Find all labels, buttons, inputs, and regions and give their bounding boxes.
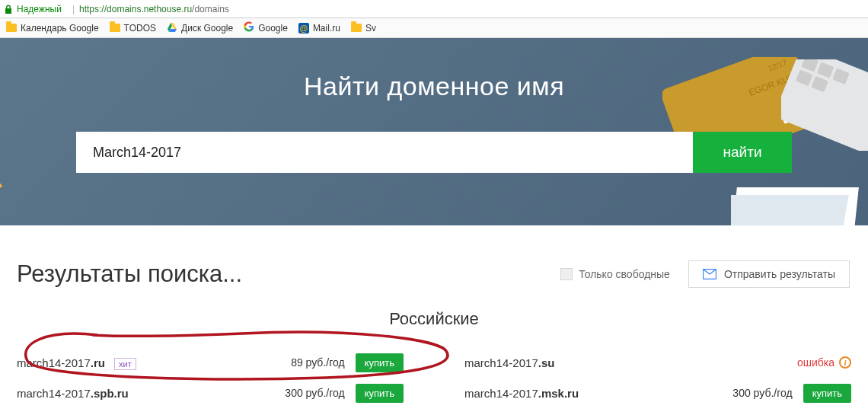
domain-name: march14-2017.su (464, 356, 797, 369)
url-display[interactable]: https://domains.nethouse.ru/domains (79, 4, 229, 14)
only-free-label: Только свободные (579, 268, 670, 280)
bookmark-item[interactable]: @ Mail.ru (298, 23, 340, 34)
lock-icon (5, 5, 14, 14)
mailru-icon: @ (298, 23, 309, 34)
folder-icon (110, 24, 120, 32)
error-label: ошибка (797, 356, 834, 369)
mail-icon (703, 269, 716, 279)
hero: EGOR KUZNETSOV 12/17 VISA Найти доменное… (0, 38, 868, 225)
gdrive-icon (167, 23, 177, 33)
folder-icon (351, 24, 362, 32)
browser-address-bar: Надежный | https://domains.nethouse.ru/d… (0, 0, 868, 18)
checkbox-box[interactable] (560, 268, 573, 280)
hit-badge: хит (114, 358, 136, 370)
domain-row: march14-2017.ru хит 89 руб./год купить (17, 347, 404, 378)
bookmark-item[interactable]: Sv (351, 23, 376, 34)
only-free-checkbox[interactable]: Только свободные (560, 268, 670, 280)
bookmark-item[interactable]: TODOS (110, 23, 156, 34)
domain-name: march14-2017.ru хит (17, 356, 291, 369)
results-grid: march14-2017.ru хит 89 руб./год купить m… (0, 347, 868, 408)
domain-name: march14-2017.spb.ru (17, 387, 285, 400)
buy-button[interactable]: купить (356, 384, 404, 403)
bookmark-item[interactable]: Google (244, 21, 288, 34)
url-path: /domains (192, 4, 229, 14)
domain-row: march14-2017.msk.ru 300 руб./год купить (464, 378, 851, 408)
domain-row: march14-2017.spb.ru 300 руб./год купить (17, 378, 404, 408)
bookmark-label: Диск Google (181, 23, 233, 34)
results-col-right: march14-2017.su ошибка i march14-2017.ms… (464, 347, 851, 408)
search-button[interactable]: найти (693, 132, 792, 173)
google-icon (244, 21, 254, 34)
domain-price: 300 руб./год (285, 387, 344, 399)
results-heading: Результаты поиска... (17, 260, 242, 288)
separator: | (72, 4, 75, 14)
domain-search-input[interactable] (76, 132, 693, 173)
domain-name: march14-2017.msk.ru (464, 387, 732, 400)
info-icon[interactable]: i (839, 356, 851, 369)
domain-price: 89 руб./год (291, 356, 345, 369)
svg-rect-16 (731, 195, 849, 225)
bookmark-label: Mail.ru (313, 23, 340, 34)
bookmark-label: Календарь Google (21, 23, 99, 34)
url-scheme: https:// (79, 4, 107, 14)
category-title: Российские (0, 309, 868, 329)
domain-row: march14-2017.su ошибка i (464, 347, 851, 378)
search-row: найти (76, 132, 792, 173)
bookmark-item[interactable]: Диск Google (167, 23, 233, 34)
results-header: Результаты поиска... Только свободные От… (0, 225, 868, 295)
buy-button[interactable]: купить (356, 353, 404, 372)
hero-title: Найти доменное имя (0, 38, 868, 101)
bookmark-item[interactable]: Календарь Google (6, 23, 99, 34)
url-host: domains.nethouse.ru (107, 4, 192, 14)
trusted-label: Надежный (17, 4, 62, 14)
buy-button[interactable]: купить (803, 384, 851, 403)
results-col-left: march14-2017.ru хит 89 руб./год купить m… (17, 347, 404, 408)
send-results-label: Отправить результаты (724, 268, 835, 280)
bookmark-label: Google (258, 23, 288, 34)
bookmark-label: TODOS (124, 23, 156, 34)
bookmark-label: Sv (365, 23, 376, 34)
bookmarks-bar: Календарь Google TODOS Диск Google Googl… (0, 18, 868, 38)
folder-icon (6, 24, 17, 32)
send-results-button[interactable]: Отправить результаты (688, 260, 850, 288)
domain-price: 300 руб./год (732, 387, 792, 399)
papers-decorative (731, 172, 868, 225)
